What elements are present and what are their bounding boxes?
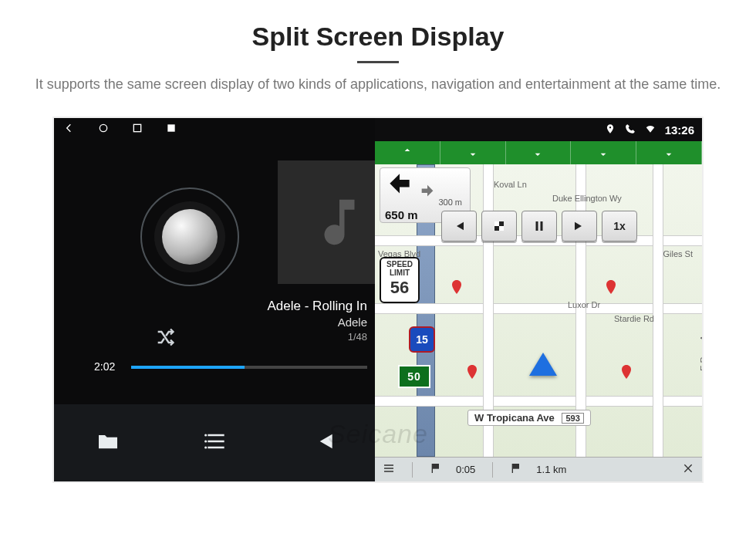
interstate-shield: 15	[409, 326, 435, 353]
track-index: 1/48	[348, 331, 367, 343]
road-label-reno: E Reno Ave	[699, 326, 702, 371]
navigation-pane: 13:26 S Las Vegas Blvd Koval Ln Duke Ell…	[375, 118, 702, 481]
turn-right-icon	[419, 184, 436, 201]
elapsed-time: 2:02	[94, 360, 115, 373]
lane-arrow-2	[440, 141, 506, 164]
android-nav-bar	[54, 118, 378, 141]
next-street-text: W Tropicana Ave	[474, 412, 555, 424]
location-icon	[605, 123, 616, 137]
lane-arrow-5	[636, 141, 702, 164]
speed-limit-sign: SPEED LIMIT 56	[380, 257, 420, 303]
road-label-stardie: Stardie Rd	[614, 314, 654, 323]
status-bar: 13:26	[375, 118, 702, 141]
page-title: Split Screen Display	[0, 22, 756, 52]
road-label-luxor: Luxor Dr	[568, 300, 600, 309]
song-artist: Adele	[338, 316, 367, 329]
svg-rect-10	[541, 221, 543, 231]
lane-guidance-bar	[375, 141, 702, 164]
svg-point-0	[100, 124, 106, 131]
progress-bar[interactable]	[131, 366, 367, 369]
player-bottom-bar	[54, 404, 378, 481]
speed-limit-value: 56	[381, 279, 418, 297]
music-player-pane: Adele - Rolling In Adele 1/48 2:02	[54, 118, 378, 481]
svg-point-3	[204, 434, 207, 436]
menu-button[interactable]	[383, 462, 395, 477]
vehicle-cursor	[529, 353, 557, 376]
nav-bottom-bar: 0:05 1.1 km	[375, 457, 702, 481]
home-icon[interactable]	[97, 122, 110, 137]
svg-point-4	[204, 440, 207, 442]
page-subtitle: It supports the same screen display of t…	[0, 74, 756, 95]
next-street-label: W Tropicana Ave 593	[467, 410, 591, 426]
distance-flag-icon	[510, 462, 522, 477]
volume-knob[interactable]	[162, 209, 218, 265]
destination-flag-icon	[430, 462, 442, 477]
close-route-button[interactable]	[682, 462, 694, 477]
lane-arrow-4	[571, 141, 636, 164]
lane-arrow-1	[375, 141, 440, 164]
svg-rect-11	[432, 464, 433, 473]
music-note-icon	[309, 192, 370, 252]
svg-rect-13	[512, 464, 513, 473]
svg-rect-1	[133, 124, 140, 131]
recent-apps-icon[interactable]	[131, 122, 143, 137]
previous-button[interactable]	[312, 429, 336, 457]
road-v3	[653, 164, 663, 457]
road-label-duke: Duke Ellington Wy	[552, 194, 622, 203]
road-label-giles: Giles St	[663, 249, 693, 258]
poi-pin-2[interactable]	[452, 280, 461, 294]
highway-sign: 50	[398, 365, 430, 388]
playlist-button[interactable]	[204, 429, 228, 457]
folder-button[interactable]	[96, 429, 120, 457]
gallery-icon[interactable]	[165, 122, 177, 137]
svg-rect-7	[494, 221, 499, 226]
svg-point-5	[204, 446, 207, 448]
poi-pin-5[interactable]	[622, 365, 631, 379]
title-underline	[357, 61, 399, 63]
poi-pin-3[interactable]	[606, 280, 616, 294]
svg-rect-9	[536, 221, 538, 231]
device-frame: Adele - Rolling In Adele 1/48 2:02 13:26	[52, 117, 704, 483]
speed-limit-label: SPEED LIMIT	[381, 260, 418, 277]
remaining-distance-label: 1.1 km	[536, 464, 566, 475]
route-next-button[interactable]	[562, 211, 597, 241]
road-label-koval: Koval Ln	[494, 180, 527, 189]
shuffle-button[interactable]	[154, 326, 176, 348]
svg-rect-2	[167, 124, 174, 131]
route-speed-button[interactable]: 1x	[602, 211, 637, 241]
route-start-button[interactable]	[481, 211, 517, 241]
poi-pin-4[interactable]	[467, 365, 477, 379]
song-title: Adele - Rolling In	[268, 299, 367, 314]
eta-label: 0:05	[456, 464, 475, 475]
route-playback-controls: 1x	[441, 211, 637, 241]
lane-arrow-3	[506, 141, 572, 164]
svg-rect-14	[513, 464, 519, 469]
phone-icon[interactable]	[625, 123, 636, 137]
wifi-icon	[645, 123, 656, 137]
svg-rect-12	[433, 464, 439, 469]
turn-left-icon	[385, 171, 414, 201]
route-pause-button[interactable]	[521, 211, 557, 241]
route-prev-button[interactable]	[441, 211, 477, 241]
next-street-number: 593	[562, 413, 583, 424]
svg-rect-8	[499, 226, 504, 231]
clock: 13:26	[665, 123, 694, 137]
back-icon[interactable]	[63, 122, 76, 137]
